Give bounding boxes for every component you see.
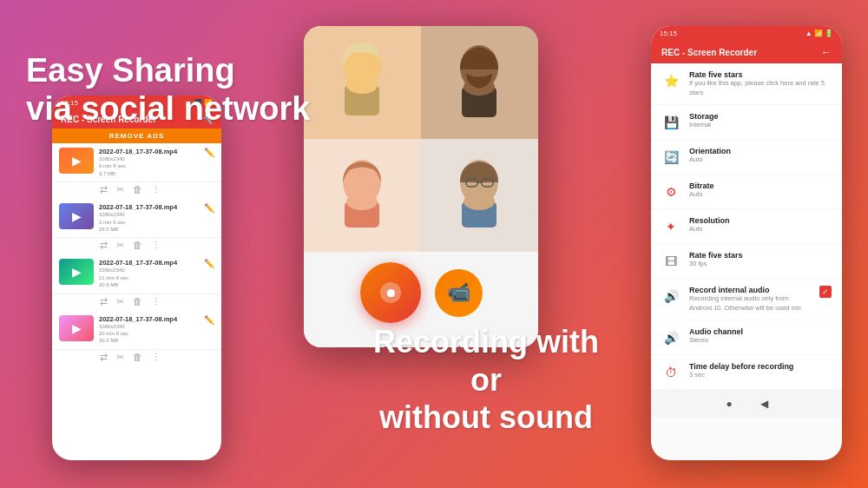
svg-point-3 xyxy=(346,76,378,94)
video-cell-2 xyxy=(421,26,538,139)
settings-text-6: Record internal audio Recording internal… xyxy=(689,286,811,313)
file-list: ▶ 2022-07-18_17-37-08.mp4 1080x23400 min… xyxy=(52,143,221,366)
camera-button[interactable]: 📹 xyxy=(435,269,483,317)
file-item-0: ▶ 2022-07-18_17-37-08.mp4 1080x23400 min… xyxy=(52,143,221,199)
left-heading: Easy Sharing via social network xyxy=(26,52,310,128)
settings-text-2: Orientation Auto xyxy=(689,147,731,165)
video-cell-3 xyxy=(304,139,421,252)
settings-item-3[interactable]: ⚙ Bitrate Auto xyxy=(651,175,842,209)
settings-item-0[interactable]: ⭐ Rate five stars If you like this app, … xyxy=(651,63,842,105)
video-cell-4 xyxy=(421,139,538,252)
svg-point-11 xyxy=(346,193,378,210)
right-nav-circle[interactable]: ● xyxy=(720,395,738,412)
file-item-3: ▶ 2022-07-18_17-37-08.mp4 1080x234020 mi… xyxy=(52,311,221,366)
settings-text-0: Rate five stars If you like this app, pl… xyxy=(689,70,832,97)
settings-icon-6: 🔊 xyxy=(661,287,681,306)
file-item-2: ▶ 2022-07-18_17-37-08.mp4 1080x234011 mi… xyxy=(52,254,221,310)
settings-text-3: Bitrate Auto xyxy=(689,181,714,200)
settings-icon-1: 💾 xyxy=(661,113,681,132)
controls-bar: ⏺ 📹 xyxy=(304,252,538,333)
remove-ads-label: REMOVE ADS xyxy=(109,132,165,140)
right-back-icon[interactable]: ← xyxy=(821,46,832,58)
settings-item-1[interactable]: 💾 Storage Internal xyxy=(651,105,842,140)
bottom-line2: or xyxy=(373,361,599,399)
settings-icon-7: 🔊 xyxy=(661,328,681,347)
video-grid xyxy=(304,26,538,252)
settings-text-1: Storage Internal xyxy=(689,112,719,130)
right-app-title: REC - Screen Recorder xyxy=(661,48,757,57)
settings-icon-5: 🎞 xyxy=(661,252,681,271)
settings-icon-2: 🔄 xyxy=(661,148,681,167)
bottom-line1: Recording with xyxy=(373,323,599,360)
right-title-bar: REC - Screen Recorder ← xyxy=(651,41,842,63)
phone-center: ⏺ 📹 ■ ● ◀ xyxy=(304,26,538,347)
svg-text:⏺: ⏺ xyxy=(385,286,397,300)
settings-text-4: Resolution Auto xyxy=(689,216,730,234)
settings-item-5[interactable]: 🎞 Rate five stars 30 fps xyxy=(651,244,842,279)
settings-item-4[interactable]: ✦ Resolution Auto xyxy=(651,209,842,244)
settings-checkbox[interactable]: ✓ xyxy=(819,286,832,298)
settings-text-8: Time delay before recording 3 sec xyxy=(689,362,793,380)
heading-line2: via social network xyxy=(26,90,310,129)
heading-line1: Easy Sharing xyxy=(26,52,310,90)
settings-item-6[interactable]: 🔊 Record internal audio Recording intern… xyxy=(651,279,842,320)
settings-list: ⭐ Rate five stars If you like this app, … xyxy=(651,63,842,390)
phone-right: 15:15 ▲ 📶 🔋 REC - Screen Recorder ← ⭐ Ra… xyxy=(651,26,842,460)
phone-left: 15:15 ▲ ⬛ 📶 REC - Screen Recorder 🔧 REMO… xyxy=(52,96,221,460)
settings-item-8[interactable]: ⏱ Time delay before recording 3 sec xyxy=(651,355,842,390)
record-screen-button[interactable]: ⏺ xyxy=(360,262,421,323)
settings-item-2[interactable]: 🔄 Orientation Auto xyxy=(651,140,842,175)
settings-icon-0: ⭐ xyxy=(661,71,681,90)
right-status-time: 15:15 xyxy=(660,30,677,37)
right-status-bar: 15:15 ▲ 📶 🔋 xyxy=(651,26,842,41)
settings-icon-4: ✦ xyxy=(661,217,681,236)
right-nav-back[interactable]: ◀ xyxy=(755,395,773,412)
bottom-heading: Recording with or without sound xyxy=(373,323,599,436)
settings-text-7: Audio channel Stereo xyxy=(689,327,743,346)
settings-text-5: Rate five stars 30 fps xyxy=(689,251,743,269)
settings-icon-8: ⏱ xyxy=(661,363,681,382)
remove-ads-button[interactable]: REMOVE ADS xyxy=(52,129,221,143)
right-status-icons: ▲ 📶 🔋 xyxy=(806,30,833,37)
settings-icon-3: ⚙ xyxy=(661,182,681,201)
video-cell-1 xyxy=(304,26,421,139)
file-item-1: ▶ 2022-07-18_17-37-08.mp4 1080x23402 min… xyxy=(52,199,221,254)
svg-point-15 xyxy=(464,193,495,210)
settings-item-7[interactable]: 🔊 Audio channel Stereo xyxy=(651,320,842,355)
right-nav-bar: ● ◀ xyxy=(651,390,842,418)
bottom-line3: without sound xyxy=(373,399,599,436)
